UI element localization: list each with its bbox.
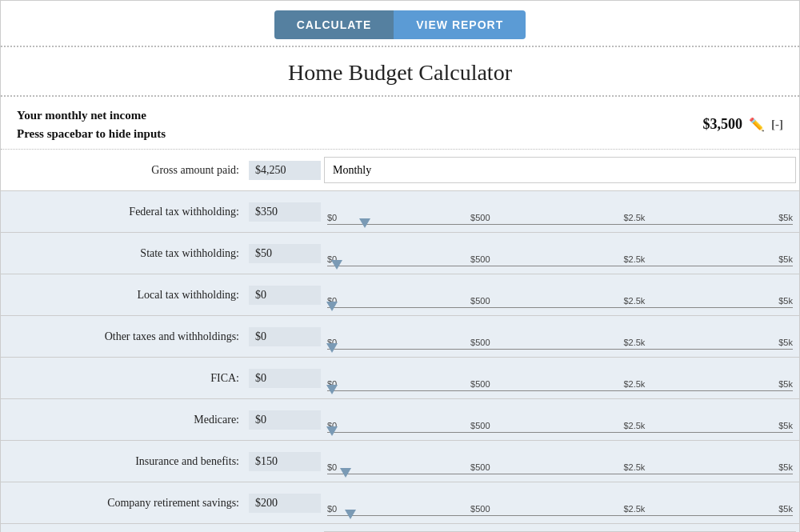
table-row: State tax withholding:$50$0$500$2.5k$5k <box>1 233 799 274</box>
slider-line <box>327 474 793 474</box>
slider-thumb[interactable] <box>326 385 338 394</box>
slider-area: $0$500$2.5k$5k <box>321 278 799 311</box>
row-value: $0 <box>249 369 321 388</box>
slider-label: $2.5k <box>623 213 645 222</box>
slider-area: $0$500$2.5k$5k <box>321 486 799 519</box>
slider-label: $500 <box>470 213 490 222</box>
slider-thumb-container[interactable] <box>326 426 338 436</box>
slider-area: $0$500$2.5k$5k <box>321 403 799 436</box>
income-header-left: Your monthly net income Press spacebar t… <box>17 106 166 142</box>
slider-label: $2.5k <box>623 379 645 389</box>
income-header: Your monthly net income Press spacebar t… <box>1 97 799 150</box>
slider-label: $5k <box>778 504 793 514</box>
slider-area: $0$500$2.5k$5k <box>321 320 799 353</box>
slider-label: $5k <box>778 254 793 264</box>
slider-area: $0$500$2.5k$5k <box>321 362 799 394</box>
slider-thumb[interactable] <box>359 218 370 228</box>
row-value: $4,250 <box>249 161 321 180</box>
row-label: Local tax withholding: <box>1 289 249 302</box>
slider-line <box>327 432 793 433</box>
top-nav: CALCULATE VIEW REPORT <box>1 1 799 47</box>
collapse-button[interactable]: [-] <box>771 118 783 131</box>
slider-thumb-container[interactable] <box>359 218 370 228</box>
row-value: $200 <box>249 494 321 513</box>
row-label: Gross amount paid: <box>1 164 249 177</box>
table-row: Insurance and benefits:$150$0$500$2.5k$5… <box>1 441 799 482</box>
slider-label: $0 <box>327 504 337 514</box>
row-value: $0 <box>249 327 321 346</box>
row-label: FICA: <box>1 372 249 385</box>
edit-icon[interactable]: ✏️ <box>749 117 765 132</box>
income-line1: Your monthly net income <box>17 106 166 125</box>
slider-label: $500 <box>470 504 490 514</box>
slider-thumb[interactable] <box>345 510 356 519</box>
table-row: Medicare:$0$0$500$2.5k$5k <box>1 399 799 441</box>
row-value: $350 <box>249 202 321 222</box>
slider-area: $0$500$2.5k$5k <box>321 237 799 270</box>
slider-line <box>327 390 793 391</box>
slider-thumb-container[interactable] <box>331 260 342 270</box>
slider-thumb-container[interactable] <box>326 385 338 394</box>
slider-label: $5k <box>778 296 793 306</box>
slider-line <box>327 307 793 308</box>
slider-label: $500 <box>470 296 490 306</box>
income-amount: $3,500 <box>703 116 743 133</box>
slider-thumb-container[interactable] <box>326 302 338 311</box>
slider-thumb[interactable] <box>326 426 338 436</box>
slider-thumb[interactable] <box>331 260 342 270</box>
slider-thumb-container[interactable] <box>345 510 356 519</box>
slider-label: $5k <box>778 462 793 472</box>
slider-label: $2.5k <box>623 462 645 472</box>
slider-area: $0$500$2.5k$5k <box>321 195 799 228</box>
slider-label: $5k <box>778 379 793 389</box>
slider-label: $5k <box>778 338 793 347</box>
row-label: Insurance and benefits: <box>1 455 249 468</box>
slider-thumb-container[interactable] <box>340 468 351 478</box>
frequency-select[interactable]: MonthlyWeeklyBi-WeeklyAnnually <box>324 157 796 183</box>
table-row: Other income:$0MonthlyWeeklyBi-WeeklyAnn… <box>1 524 799 532</box>
page-container: CALCULATE VIEW REPORT Home Budget Calcul… <box>0 0 800 532</box>
table-row: Other taxes and withholdings:$0$0$500$2.… <box>1 316 799 358</box>
slider-line <box>327 349 793 350</box>
slider-area: $0$500$2.5k$5k <box>321 445 799 478</box>
slider-thumb[interactable] <box>340 468 351 478</box>
slider-label: $2.5k <box>623 338 645 347</box>
slider-label: $2.5k <box>623 296 645 306</box>
slider-line <box>327 515 793 516</box>
table-row: Local tax withholding:$0$0$500$2.5k$5k <box>1 274 799 316</box>
row-label: State tax withholding: <box>1 247 249 260</box>
page-title: Home Budget Calculator <box>1 47 799 97</box>
content-area: Gross amount paid:$4,250MonthlyWeeklyBi-… <box>1 150 799 532</box>
slider-label: $500 <box>470 338 490 347</box>
slider-label: $500 <box>470 254 490 264</box>
row-label: Company retirement savings: <box>1 497 249 510</box>
slider-label: $2.5k <box>623 421 645 430</box>
row-value: $150 <box>249 452 321 471</box>
slider-line <box>327 266 793 266</box>
row-dropdown-area: MonthlyWeeklyBi-WeeklyAnnually <box>321 155 799 185</box>
slider-label: $5k <box>778 213 793 222</box>
slider-label: $500 <box>470 379 490 389</box>
slider-label: $500 <box>470 421 490 430</box>
table-row: Federal tax withholding:$350$0$500$2.5k$… <box>1 191 799 233</box>
view-report-button[interactable]: VIEW REPORT <box>394 10 526 39</box>
slider-label: $0 <box>327 213 337 222</box>
slider-thumb[interactable] <box>326 302 338 311</box>
row-label: Medicare: <box>1 414 249 426</box>
slider-line <box>327 224 793 225</box>
slider-label: $2.5k <box>623 254 645 264</box>
row-value: $0 <box>249 410 321 430</box>
slider-thumb[interactable] <box>326 343 338 353</box>
row-value: $0 <box>249 286 321 305</box>
row-value: $50 <box>249 244 321 263</box>
income-header-right: $3,500 ✏️ [-] <box>703 116 784 133</box>
slider-label: $2.5k <box>623 504 645 514</box>
income-line2: Press spacebar to hide inputs <box>17 125 166 143</box>
row-label: Other taxes and withholdings: <box>1 330 249 343</box>
slider-thumb-container[interactable] <box>326 343 338 353</box>
calculate-button[interactable]: CALCULATE <box>274 10 394 39</box>
table-row: Company retirement savings:$200$0$500$2.… <box>1 482 799 524</box>
slider-label: $5k <box>778 421 793 430</box>
slider-label: $500 <box>470 462 490 472</box>
row-label: Federal tax withholding: <box>1 206 249 218</box>
